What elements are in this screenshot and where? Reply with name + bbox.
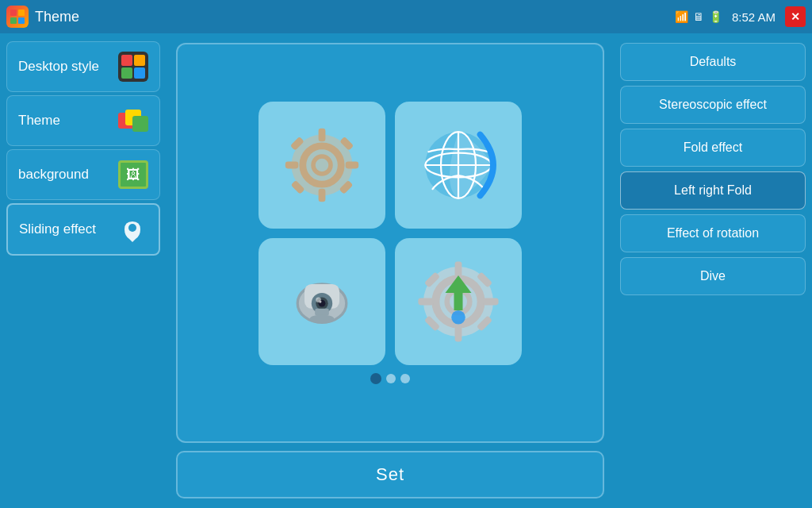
svg-point-7 <box>128 224 136 232</box>
battery-icon: 🔋 <box>709 10 722 23</box>
icon-grid <box>259 102 522 365</box>
right-panel: Defaults Stereoscopic effect Fold effect… <box>614 33 812 508</box>
effect-btn-stereoscopic[interactable]: Stereoscopic effect <box>620 86 806 124</box>
svg-rect-6 <box>132 116 148 132</box>
svg-rect-1 <box>18 10 25 16</box>
effect-btn-defaults[interactable]: Defaults <box>620 43 806 81</box>
svg-rect-0 <box>10 10 17 16</box>
effect-btn-rotation[interactable]: Effect of rotation <box>620 214 806 252</box>
effect-label-fold: Fold effect <box>684 140 742 154</box>
sim-icon: 📶 <box>675 10 688 23</box>
sidebar-item-background[interactable]: background 🖼 <box>6 149 160 200</box>
effect-btn-dive[interactable]: Dive <box>620 257 806 295</box>
preview-container <box>176 43 604 443</box>
effect-label-defaults: Defaults <box>690 55 737 68</box>
sidebar: Desktop style Theme <box>0 33 167 508</box>
dots-indicator <box>370 373 410 384</box>
sidebar-label-background: background <box>18 167 89 183</box>
dot-3 <box>400 374 410 383</box>
monitor-icon: 🖥 <box>693 10 704 23</box>
svg-rect-39 <box>418 298 434 306</box>
svg-rect-13 <box>285 162 299 169</box>
svg-rect-30 <box>315 309 329 316</box>
main-layout: Desktop style Theme <box>0 33 812 508</box>
svg-rect-37 <box>455 261 462 277</box>
effect-btn-fold[interactable]: Fold effect <box>620 129 806 167</box>
icon-tile-globe <box>395 102 522 229</box>
theme-icon <box>118 106 148 136</box>
sidebar-label-desktop-style: Desktop style <box>18 59 99 75</box>
sidebar-label-theme: Theme <box>18 113 60 129</box>
dot-2 <box>386 374 396 383</box>
svg-point-31 <box>310 315 335 324</box>
topbar-left: Theme <box>6 6 79 28</box>
topbar-title: Theme <box>35 9 79 25</box>
sidebar-label-sliding-effect: Sliding effect <box>19 221 96 237</box>
svg-rect-38 <box>455 326 462 342</box>
sidebar-item-theme[interactable]: Theme <box>6 95 160 146</box>
sidebar-item-sliding-effect[interactable]: Sliding effect <box>6 203 160 256</box>
icon-tile-update <box>395 238 522 365</box>
dot-1 <box>370 373 381 384</box>
svg-rect-14 <box>346 162 359 169</box>
svg-rect-12 <box>319 189 326 202</box>
sliding-icon <box>117 214 147 244</box>
icon-tile-camera <box>259 238 385 365</box>
effect-label-left-right-fold: Left right Fold <box>674 183 752 197</box>
app-icon <box>6 6 29 28</box>
effect-label-dive: Dive <box>700 269 726 283</box>
close-button[interactable]: ✕ <box>785 6 806 27</box>
svg-rect-11 <box>319 129 326 142</box>
svg-rect-3 <box>18 17 25 24</box>
effect-label-stereoscopic: Stereoscopic effect <box>659 98 767 111</box>
svg-rect-40 <box>483 298 499 306</box>
svg-rect-2 <box>10 17 17 24</box>
topbar: Theme 📶 🖥 🔋 8:52 AM ✕ <box>0 0 812 33</box>
svg-point-46 <box>451 310 465 325</box>
effect-label-rotation: Effect of rotation <box>667 226 759 240</box>
icon-tile-gear <box>259 102 385 229</box>
content-area: Set <box>167 33 614 508</box>
set-button[interactable]: Set <box>176 451 604 498</box>
sidebar-item-desktop-style[interactable]: Desktop style <box>6 41 160 92</box>
desktop-style-icon <box>118 52 148 82</box>
set-button-label: Set <box>376 464 404 485</box>
effect-btn-left-right-fold[interactable]: Left right Fold <box>620 171 806 210</box>
svg-point-33 <box>319 300 321 302</box>
background-icon: 🖼 <box>118 160 148 190</box>
topbar-right: 📶 🖥 🔋 8:52 AM ✕ <box>675 6 806 27</box>
clock: 8:52 AM <box>732 10 776 24</box>
